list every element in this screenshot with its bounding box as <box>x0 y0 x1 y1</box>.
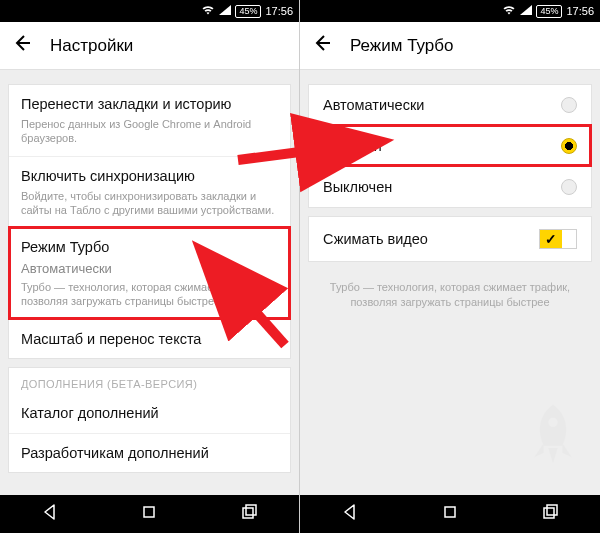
signal-icon <box>520 5 532 17</box>
wifi-icon <box>201 5 215 17</box>
nav-home-icon[interactable] <box>441 503 459 525</box>
setting-text-scale[interactable]: Масштаб и перенос текста <box>9 319 290 358</box>
setting-label: Режим Турбо <box>21 238 278 256</box>
setting-transfer-bookmarks[interactable]: Перенести закладки и историю Перенос дан… <box>9 85 290 156</box>
setting-addons-catalog[interactable]: Каталог дополнений <box>9 394 290 432</box>
option-label: Выключен <box>323 179 392 195</box>
option-on[interactable]: Включен <box>309 125 591 166</box>
signal-icon <box>219 5 231 17</box>
back-icon[interactable] <box>312 33 332 58</box>
svg-rect-1 <box>243 508 253 518</box>
setting-label: Включить синхронизацию <box>21 167 278 185</box>
rocket-icon <box>518 399 588 473</box>
page-title: Режим Турбо <box>350 36 454 56</box>
option-auto[interactable]: Автоматически <box>309 85 591 125</box>
app-header: Режим Турбо <box>300 22 600 70</box>
setting-sub: Войдите, чтобы синхронизировать закладки… <box>21 189 278 218</box>
screen-settings: 45% 17:56 Настройки Перенести закладки и… <box>0 0 300 533</box>
option-label: Автоматически <box>323 97 424 113</box>
setting-enable-sync[interactable]: Включить синхронизацию Войдите, чтобы си… <box>9 156 290 228</box>
svg-rect-6 <box>547 505 557 515</box>
svg-rect-5 <box>544 508 554 518</box>
radio-icon-selected <box>561 138 577 154</box>
turbo-info-text: Турбо — технология, которая сжимает траф… <box>300 270 600 320</box>
turbo-content: Автоматически Включен Выключен Сжимать в… <box>300 70 600 495</box>
option-label: Сжимать видео <box>323 231 428 247</box>
check-icon: ✓ <box>540 230 562 248</box>
option-compress-video[interactable]: Сжимать видео ✓ <box>309 217 591 261</box>
svg-rect-2 <box>246 505 256 515</box>
screen-turbo-mode: 45% 17:56 Режим Турбо Автоматически Вклю… <box>300 0 600 533</box>
android-navbar <box>300 495 600 533</box>
status-time: 17:56 <box>566 5 594 17</box>
setting-addons-dev[interactable]: Разработчикам дополнений <box>9 433 290 472</box>
android-navbar <box>0 495 299 533</box>
setting-sub: Перенос данных из Google Chrome и Androi… <box>21 117 278 146</box>
addons-category-header: ДОПОЛНЕНИЯ (БЕТА-ВЕРСИЯ) <box>9 368 290 394</box>
radio-icon <box>561 97 577 113</box>
toggle-switch[interactable]: ✓ <box>539 229 577 249</box>
svg-rect-4 <box>445 507 455 517</box>
option-off[interactable]: Выключен <box>309 166 591 207</box>
setting-label: Масштаб и перенос текста <box>21 330 278 348</box>
svg-point-3 <box>548 418 557 427</box>
setting-turbo-mode[interactable]: Режим Турбо Автоматически Турбо — технол… <box>9 227 290 319</box>
battery-level: 45% <box>536 5 562 18</box>
nav-recent-icon[interactable] <box>240 503 258 525</box>
battery-level: 45% <box>235 5 261 18</box>
svg-rect-0 <box>144 507 154 517</box>
radio-icon <box>561 179 577 195</box>
app-header: Настройки <box>0 22 299 70</box>
nav-home-icon[interactable] <box>140 503 158 525</box>
settings-content: Перенести закладки и историю Перенос дан… <box>0 70 299 495</box>
page-title: Настройки <box>50 36 133 56</box>
nav-back-icon[interactable] <box>341 503 359 525</box>
status-time: 17:56 <box>265 5 293 17</box>
setting-label: Перенести закладки и историю <box>21 95 278 113</box>
status-bar: 45% 17:56 <box>0 0 299 22</box>
setting-value: Автоматически <box>21 261 278 276</box>
setting-label: Каталог дополнений <box>21 404 278 422</box>
nav-recent-icon[interactable] <box>541 503 559 525</box>
wifi-icon <box>502 5 516 17</box>
nav-back-icon[interactable] <box>41 503 59 525</box>
option-label: Включен <box>323 138 382 154</box>
back-icon[interactable] <box>12 33 32 58</box>
setting-label: Разработчикам дополнений <box>21 444 278 462</box>
status-bar: 45% 17:56 <box>300 0 600 22</box>
setting-desc: Турбо — технология, которая сжимает траф… <box>21 280 278 310</box>
